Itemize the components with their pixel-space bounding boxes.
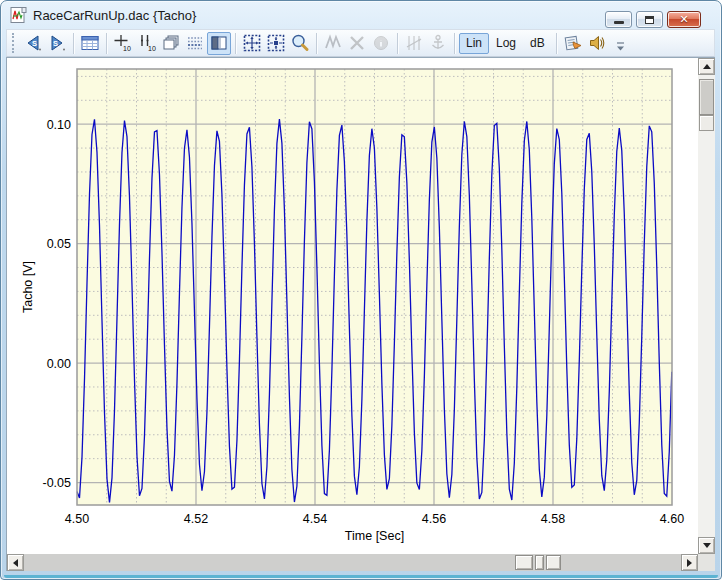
arrow-right-icon: [687, 559, 692, 567]
waveform-trace-button[interactable]: [321, 32, 345, 55]
svg-text:S: S: [53, 39, 58, 48]
toolbar-grip[interactable]: [12, 33, 16, 53]
step-forward-button[interactable]: S: [45, 32, 69, 55]
vertical-scrollbar-thumb[interactable]: [699, 79, 714, 115]
scrollbar-corner: [698, 554, 715, 571]
step-back-icon: S: [23, 33, 43, 53]
lin-scale-button[interactable]: Lin: [459, 33, 489, 54]
x-tick-label: 4.60: [660, 512, 684, 526]
tacho-waveform-chart[interactable]: -0.050.000.050.104.504.524.544.564.584.6…: [7, 58, 698, 554]
toolbar-separator: [397, 33, 398, 54]
y-tick-label: 0.00: [47, 357, 71, 371]
toolbar-options-button[interactable]: [615, 40, 627, 54]
scroll-down-button[interactable]: [698, 537, 715, 554]
zoom-extents-button[interactable]: [240, 32, 264, 55]
scroll-up-button[interactable]: [698, 58, 715, 75]
delete-trace-icon: [347, 33, 367, 53]
waveform-trace-icon: [323, 33, 343, 53]
vertical-cursors-icon: 10: [136, 33, 158, 53]
edit-properties-icon: [562, 33, 584, 53]
horizontal-scrollbar-thumb[interactable]: [515, 555, 533, 570]
edit-properties-button[interactable]: [561, 32, 585, 55]
toolbar-separator: [316, 33, 317, 54]
toolbar-separator: [106, 33, 107, 54]
main-toolbar: S S 10: [6, 29, 715, 57]
toolbar-separator: [73, 33, 74, 54]
speaker-icon: [587, 33, 607, 53]
window-title: RaceCarRunUp.dac {Tacho}: [33, 8, 196, 23]
info-button[interactable]: [369, 32, 393, 55]
step-back-button[interactable]: S: [21, 32, 45, 55]
step-forward-icon: S: [47, 33, 67, 53]
db-scale-button[interactable]: dB: [523, 33, 552, 54]
vertical-cursors-button[interactable]: 10: [135, 32, 159, 55]
restore-button[interactable]: [636, 11, 663, 28]
waveform-document-icon: [10, 7, 27, 23]
single-panel-display-button[interactable]: [207, 32, 231, 55]
vertical-scrollbar[interactable]: [698, 58, 715, 554]
close-button[interactable]: ✕: [667, 11, 701, 28]
zoom-magnifier-icon: [290, 33, 310, 53]
crosshair-cursor-button[interactable]: 10: [111, 32, 135, 55]
overlay-layers-icon: [161, 33, 181, 53]
arrow-left-icon: [13, 559, 18, 567]
horizontal-scrollbar-thumb-segment[interactable]: [546, 555, 561, 570]
anchor-cursor-icon: [428, 33, 448, 53]
scroll-right-button[interactable]: [681, 554, 698, 571]
caption-buttons: ✕: [605, 11, 701, 28]
minimize-icon: [614, 21, 624, 24]
anchor-cursor-button[interactable]: [426, 32, 450, 55]
svg-text:10: 10: [123, 45, 131, 52]
log-scale-button[interactable]: Log: [489, 33, 523, 54]
titlebar[interactable]: RaceCarRunUp.dac {Tacho} ✕: [1, 1, 721, 29]
reference-lines-icon: [185, 33, 205, 53]
x-tick-label: 4.58: [541, 512, 565, 526]
y-axis-title: Tacho [V]: [21, 261, 35, 313]
y-tick-label: 0.05: [47, 237, 71, 251]
worksheet-grid-button[interactable]: [78, 32, 102, 55]
zoom-magnifier-button[interactable]: [288, 32, 312, 55]
harmonic-cursors-icon: [404, 33, 424, 53]
chevron-down-icon: [616, 41, 625, 53]
audio-replay-button[interactable]: [585, 32, 609, 55]
arrow-up-icon: [703, 64, 711, 69]
application-window: RaceCarRunUp.dac {Tacho} ✕ S S: [0, 0, 722, 580]
overlay-layers-button[interactable]: [159, 32, 183, 55]
minimize-button[interactable]: [605, 11, 632, 28]
x-tick-label: 4.56: [422, 512, 446, 526]
y-tick-label: 0.10: [47, 118, 71, 132]
delete-trace-button[interactable]: [345, 32, 369, 55]
toolbar-separator: [556, 33, 557, 54]
scroll-left-button[interactable]: [7, 554, 24, 571]
toolbar-separator: [454, 33, 455, 54]
client-area: -0.050.000.050.104.504.524.544.564.584.6…: [6, 57, 715, 571]
x-tick-label: 4.54: [303, 512, 327, 526]
harmonic-cursors-button[interactable]: [402, 32, 426, 55]
reference-lines-button[interactable]: [183, 32, 207, 55]
x-tick-label: 4.50: [65, 512, 89, 526]
horizontal-scrollbar-thumb-segment[interactable]: [535, 555, 544, 570]
worksheet-grid-icon: [80, 33, 100, 53]
close-icon: ✕: [679, 14, 688, 25]
zoom-box-button[interactable]: [264, 32, 288, 55]
y-tick-label: -0.05: [43, 476, 72, 490]
horizontal-scrollbar[interactable]: [7, 554, 698, 571]
crosshair-cursor-icon: 10: [112, 33, 134, 53]
restore-icon: [645, 16, 654, 24]
single-panel-display-icon: [209, 33, 229, 53]
zoom-box-icon: [266, 33, 286, 53]
vertical-scrollbar-thumb-segment[interactable]: [699, 115, 714, 131]
x-tick-label: 4.52: [184, 512, 208, 526]
x-axis-title: Time [Sec]: [345, 529, 404, 543]
info-icon: [371, 33, 391, 53]
arrow-down-icon: [703, 543, 711, 548]
toolbar-separator: [235, 33, 236, 54]
svg-text:10: 10: [148, 45, 156, 52]
chart-canvas[interactable]: -0.050.000.050.104.504.524.544.564.584.6…: [7, 58, 698, 554]
svg-text:S: S: [32, 39, 37, 48]
zoom-extents-icon: [242, 33, 262, 53]
